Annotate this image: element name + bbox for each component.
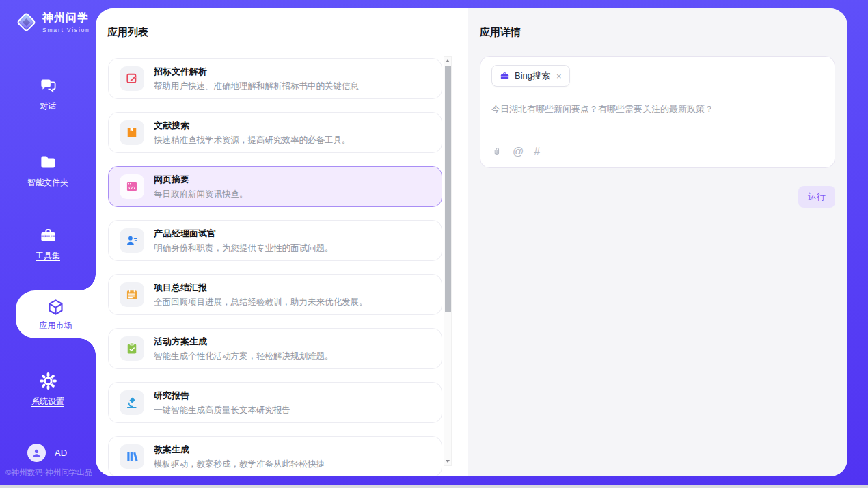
scroll-up-button[interactable] [444, 57, 451, 66]
brand-subtitle: Smart Vision [42, 27, 90, 33]
query-input-card[interactable]: Bing搜索 × 今日湖北有哪些新闻要点？有哪些需要关注的最新政策？ @ # [480, 56, 835, 168]
app-icon-tile [120, 120, 144, 145]
clipboard-check-icon [125, 342, 139, 355]
close-icon[interactable]: × [556, 72, 562, 81]
app-card-research-report[interactable]: 研究报告 一键智能生成高质量长文本研究报告 [108, 382, 442, 423]
list-scrollbar[interactable] [444, 56, 452, 466]
paperclip-icon[interactable] [491, 146, 502, 157]
briefcase-icon [500, 71, 510, 81]
query-text[interactable]: 今日湖北有哪些新闻要点？有哪些需要关注的最新政策？ [491, 103, 824, 116]
app-description: 每日政府新闻资讯快查。 [154, 189, 248, 200]
gear-icon [39, 372, 57, 390]
folder-icon [39, 153, 57, 172]
run-button[interactable]: 运行 [798, 186, 835, 208]
app-description: 模板驱动，教案秒成，教学准备从此轻松快捷 [154, 459, 325, 470]
sidebar-item-toolset[interactable]: 工具集 [0, 226, 96, 262]
brand-name: 神州问学 [42, 11, 90, 25]
book-icon [125, 126, 139, 139]
app-description: 帮助用户快速、准确地理解和解析招标书中的关键信息 [154, 81, 359, 92]
main-content: 应用列表 招标文件解析 帮助用户快速、准确地理解和解析招标书中的关键信息 [96, 8, 847, 476]
sidebar-item-chat[interactable]: 对话 [0, 77, 96, 112]
app-list-title: 应用列表 [107, 26, 148, 39]
app-card-bid-document-parse[interactable]: 招标文件解析 帮助用户快速、准确地理解和解析招标书中的关键信息 [108, 58, 442, 99]
toolbox-icon [39, 226, 57, 245]
app-icon-tile [120, 174, 144, 199]
app-icon-tile [120, 444, 144, 469]
app-name: 网页摘要 [154, 174, 248, 186]
app-description: 一键智能生成高质量长文本研究报告 [154, 405, 290, 416]
sidebar-item-label: 对话 [0, 100, 96, 112]
app-card-pm-interviewer[interactable]: 产品经理面试官 明确身份和职责，为您提供专业性的面试问题。 [108, 220, 442, 261]
app-card-list: 招标文件解析 帮助用户快速、准确地理解和解析招标书中的关键信息 文献搜索 快速精… [108, 58, 442, 476]
tool-tag-label: Bing搜索 [515, 70, 550, 82]
app-icon-tile [120, 282, 144, 307]
cube-icon [46, 298, 65, 316]
app-detail-title: 应用详情 [480, 26, 521, 39]
app-icon-tile [120, 66, 144, 91]
attachment-toolbar: @ # [491, 146, 540, 158]
sidebar-item-smart-folder[interactable]: 智能文件夹 [0, 153, 96, 189]
sidebar-item-label: 智能文件夹 [0, 177, 96, 189]
sidebar-item-settings[interactable]: 系统设置 [0, 372, 96, 407]
sidebar-item-app-market[interactable]: 应用市场 [16, 290, 96, 338]
hash-icon[interactable]: # [534, 146, 540, 158]
app-description: 全面回顾项目进展，总结经验教训，助力未来优化发展。 [154, 297, 368, 308]
document-edit-icon [125, 72, 139, 85]
app-name: 活动方案生成 [154, 336, 334, 348]
app-icon-tile [120, 390, 144, 415]
browser-icon [125, 180, 139, 193]
app-frame: 神州问学 Smart Vision 对话 智能文件夹 [0, 0, 868, 485]
app-card-literature-search[interactable]: 文献搜索 快速精准查找学术资源，提高研究效率的必备工具。 [108, 112, 442, 153]
app-icon-tile [120, 336, 144, 361]
app-card-lesson-plan[interactable]: 教案生成 模板驱动，教案秒成，教学准备从此轻松快捷 [108, 436, 442, 476]
run-row: 运行 [480, 186, 835, 208]
app-description: 明确身份和职责，为您提供专业性的面试问题。 [154, 243, 334, 254]
app-card-web-summary[interactable]: 网页摘要 每日政府新闻资讯快查。 [108, 166, 442, 207]
brand-logo: 神州问学 Smart Vision [15, 11, 90, 33]
app-name: 研究报告 [154, 390, 290, 402]
interviewer-icon [125, 234, 139, 247]
at-icon[interactable]: @ [513, 146, 524, 158]
books-icon [125, 450, 139, 463]
user-name: AD [55, 448, 67, 458]
scrollbar-thumb[interactable] [445, 66, 451, 312]
microscope-icon [125, 396, 139, 409]
app-name: 产品经理面试官 [154, 228, 334, 240]
diamond-logo-icon [15, 11, 38, 33]
app-list-panel: 应用列表 招标文件解析 帮助用户快速、准确地理解和解析招标书中的关键信息 [96, 8, 468, 476]
avatar [27, 444, 46, 462]
app-name: 招标文件解析 [154, 66, 359, 78]
tool-tag-bing-search[interactable]: Bing搜索 × [491, 65, 570, 87]
tab-curve-bottom [79, 338, 96, 355]
tab-curve-top [79, 274, 96, 290]
copyright-text: ©神州数码·神州问学出品 [5, 467, 92, 478]
chat-icon [39, 77, 57, 95]
calendar-icon [125, 288, 139, 301]
app-card-event-plan[interactable]: 活动方案生成 智能生成个性化活动方案，轻松解决规划难题。 [108, 328, 442, 369]
app-name: 项目总结汇报 [154, 282, 368, 294]
app-description: 智能生成个性化活动方案，轻松解决规划难题。 [154, 351, 334, 362]
user-account[interactable]: AD [27, 444, 67, 462]
sidebar-item-label: 工具集 [0, 250, 96, 262]
sidebar-item-label: 系统设置 [0, 396, 96, 407]
sidebar-item-label: 应用市场 [16, 320, 96, 331]
app-description: 快速精准查找学术资源，提高研究效率的必备工具。 [154, 135, 351, 146]
person-icon [31, 447, 42, 459]
app-card-project-summary[interactable]: 项目总结汇报 全面回顾项目进展，总结经验教训，助力未来优化发展。 [108, 274, 442, 315]
app-detail-panel: 应用详情 Bing搜索 × 今日湖北有哪些新闻要点？有哪些需要关注的最新政策？ [468, 8, 847, 476]
app-icon-tile [120, 228, 144, 253]
app-name: 教案生成 [154, 444, 325, 456]
app-name: 文献搜索 [154, 120, 351, 132]
scroll-down-button[interactable] [444, 457, 451, 465]
sidebar: 神州问学 Smart Vision 对话 智能文件夹 [0, 0, 96, 485]
